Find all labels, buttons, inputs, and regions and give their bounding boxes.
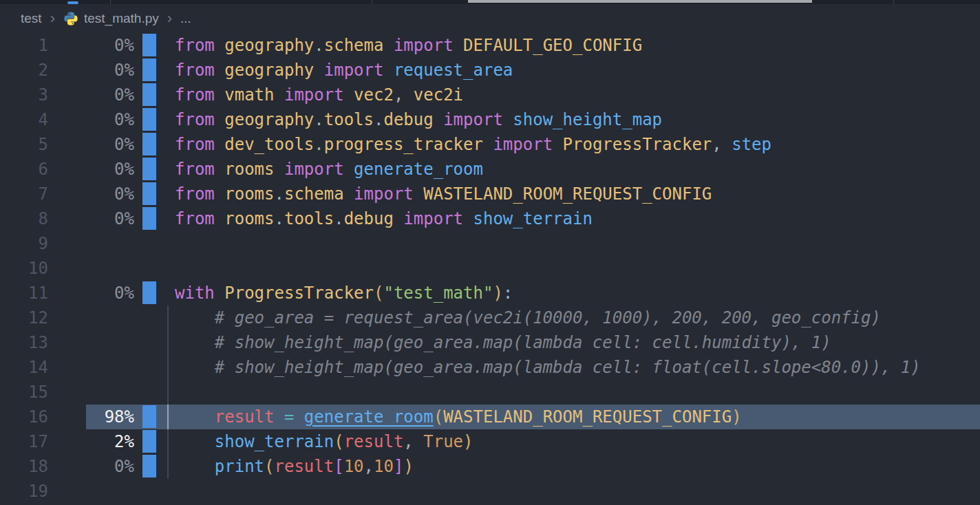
line-number[interactable]: 15 — [0, 380, 48, 405]
coverage-percentage — [48, 330, 134, 355]
code-text[interactable]: show_terrain(result, True) — [164, 429, 980, 454]
token-txt — [483, 135, 493, 154]
code-text[interactable]: # geo_area = request_area(vec2i(10000, 1… — [164, 305, 980, 330]
coverage-percentage: 0% — [48, 132, 134, 157]
horizontal-scrollbar-thumb[interactable] — [468, 0, 812, 3]
code-line-19[interactable]: 19 — [0, 479, 980, 504]
line-number[interactable]: 7 — [0, 182, 48, 206]
code-text[interactable] — [164, 231, 980, 256]
token-txt — [314, 61, 323, 80]
code-text[interactable]: from geography.tools.debug import show_h… — [164, 107, 980, 132]
code-line-2[interactable]: 20%from geography import request_area — [0, 58, 980, 83]
token-par: ) — [463, 432, 473, 451]
line-number[interactable]: 8 — [0, 206, 48, 231]
breadcrumb-chevron-icon: › — [167, 11, 172, 26]
code-line-4[interactable]: 40%from geography.tools.debug import sho… — [0, 107, 980, 132]
code-text[interactable]: with ProgressTracker("test_math"): — [164, 281, 980, 305]
code-line-8[interactable]: 80%from rooms.tools.debug import show_te… — [0, 206, 980, 231]
code-text[interactable]: from rooms.tools.debug import show_terra… — [164, 206, 980, 231]
coverage-percentage: 0% — [48, 206, 134, 231]
token-txt — [175, 407, 215, 427]
code-text[interactable]: # show_height_map(geo_area.map(lambda ce… — [164, 330, 980, 355]
code-line-7[interactable]: 70%from rooms.schema import WASTELAND_RO… — [0, 182, 980, 206]
code-line-11[interactable]: 110%with ProgressTracker("test_math"): — [0, 281, 980, 305]
token-mod: WASTELAND_ROOM_REQUEST_CONFIG — [423, 184, 712, 204]
code-text[interactable]: from rooms import generate_room — [164, 157, 980, 182]
code-line-9[interactable]: 9 — [0, 231, 980, 256]
breadcrumb-item-[interactable]: ... — [180, 11, 191, 26]
code-text[interactable]: # show_height_map(geo_area.map(lambda ce… — [164, 355, 980, 380]
code-line-1[interactable]: 10%from geography.schema import DEFAULT_… — [0, 33, 980, 58]
line-number[interactable]: 11 — [0, 281, 48, 305]
code-line-10[interactable]: 10 — [0, 256, 980, 281]
gutter-marker-slot — [134, 454, 164, 479]
code-text[interactable]: from geography.schema import DEFAULT_GEO… — [164, 33, 980, 58]
code-line-17[interactable]: 172% show_terrain(result, True) — [0, 429, 980, 454]
gutter-marker-slot — [134, 206, 164, 231]
coverage-marker — [142, 405, 156, 428]
line-number[interactable]: 12 — [0, 305, 48, 330]
code-line-15[interactable]: 15 — [0, 380, 980, 405]
token-mod: DEFAULT_GEO_CONFIG — [463, 36, 642, 55]
line-number[interactable]: 10 — [0, 256, 48, 281]
line-number[interactable]: 17 — [0, 429, 48, 454]
code-line-5[interactable]: 50%from dev_tools.progress_tracker impor… — [0, 132, 980, 157]
token-txt — [215, 110, 224, 129]
token-pun: , — [403, 432, 423, 451]
token-par: ( — [334, 432, 343, 451]
line-number[interactable]: 18 — [0, 454, 48, 479]
token-txt — [503, 110, 513, 129]
token-mod: vec2i — [414, 85, 463, 105]
code-text[interactable]: from geography import request_area — [164, 58, 980, 83]
token-pun: , — [364, 457, 374, 476]
code-text[interactable]: print(result[10,10]) — [164, 454, 980, 479]
token-kw: from — [175, 85, 215, 105]
line-number[interactable]: 3 — [0, 83, 48, 107]
token-fn: generate_room — [304, 407, 434, 427]
token-txt — [275, 85, 284, 105]
code-text[interactable] — [164, 479, 980, 504]
line-number[interactable]: 1 — [0, 33, 48, 58]
breadcrumb-item-test_mathpy[interactable]: test_math.py — [84, 11, 159, 26]
line-number[interactable]: 16 — [0, 405, 48, 429]
gutter-marker-slot — [134, 355, 164, 380]
token-kw: from — [175, 110, 215, 129]
line-number[interactable]: 4 — [0, 107, 48, 132]
gutter-marker-slot — [134, 33, 164, 58]
line-number[interactable]: 13 — [0, 330, 48, 355]
token-par: ) — [403, 457, 413, 476]
code-text[interactable]: from vmath import vec2, vec2i — [164, 83, 980, 107]
code-text[interactable] — [164, 380, 980, 405]
gutter-marker-slot — [134, 231, 164, 256]
code-line-12[interactable]: 12 # geo_area = request_area(vec2i(10000… — [0, 305, 980, 330]
line-number[interactable]: 6 — [0, 157, 48, 182]
line-number[interactable]: 19 — [0, 479, 48, 504]
gutter-marker-slot — [134, 380, 164, 405]
code-line-3[interactable]: 30%from vmath import vec2, vec2i — [0, 83, 980, 107]
coverage-marker — [142, 83, 156, 106]
code-line-14[interactable]: 14 # show_height_map(geo_area.map(lambda… — [0, 355, 980, 380]
code-line-18[interactable]: 180% print(result[10,10]) — [0, 454, 980, 479]
code-text[interactable]: result = generate_room(WASTELAND_ROOM_RE… — [164, 405, 980, 429]
token-kw: import — [284, 160, 344, 179]
gutter-marker-slot — [134, 429, 164, 454]
gutter-marker-slot — [134, 58, 164, 83]
breadcrumb-item-test[interactable]: test — [21, 11, 42, 26]
code-line-13[interactable]: 13 # show_height_map(geo_area.map(lambda… — [0, 330, 980, 355]
token-txt — [215, 184, 224, 204]
code-text[interactable] — [164, 256, 980, 281]
token-txt — [294, 407, 303, 427]
code-line-16[interactable]: 1698% result = generate_room(WASTELAND_R… — [0, 405, 980, 429]
line-number[interactable]: 14 — [0, 355, 48, 380]
code-text[interactable]: from rooms.schema import WASTELAND_ROOM_… — [164, 182, 980, 206]
code-line-6[interactable]: 60%from rooms import generate_room — [0, 157, 980, 182]
line-number[interactable]: 2 — [0, 58, 48, 83]
coverage-percentage: 0% — [48, 33, 134, 58]
gutter-marker-slot — [134, 182, 164, 206]
code-text[interactable]: from dev_tools.progress_tracker import P… — [164, 132, 980, 157]
line-number[interactable]: 9 — [0, 231, 48, 256]
token-mod: geography — [224, 61, 314, 80]
coverage-marker — [142, 207, 156, 230]
token-mod: rooms — [224, 160, 274, 179]
line-number[interactable]: 5 — [0, 132, 48, 157]
